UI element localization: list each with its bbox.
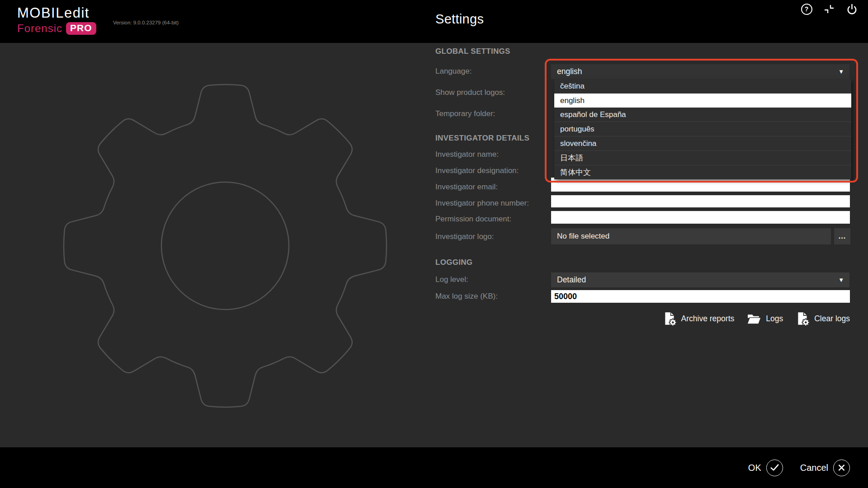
- resize-icon[interactable]: [823, 3, 835, 15]
- cancel-label: Cancel: [800, 463, 828, 473]
- investigator-designation-label: Investigator designation:: [435, 166, 519, 175]
- report-gear-icon: [796, 311, 810, 326]
- investigator-logo-label: Investigator logo:: [435, 232, 494, 241]
- language-option[interactable]: 日本語: [554, 151, 851, 165]
- archive-reports-label: Archive reports: [681, 314, 735, 324]
- temporary-folder-label: Temporary folder:: [435, 109, 495, 118]
- power-icon[interactable]: [845, 3, 858, 15]
- report-gear-icon: [663, 311, 677, 326]
- help-icon[interactable]: ?: [800, 3, 813, 15]
- settings-window: MOBILedit Forensic PRO Version: 9.0.0.23…: [0, 0, 868, 488]
- logo-mobiledit: MOBILedit: [17, 5, 96, 21]
- version-text: Version: 9.0.0.23279 (64-bit): [113, 20, 179, 25]
- cancel-button[interactable]: Cancel: [800, 460, 850, 476]
- language-dropdown[interactable]: english ▼: [551, 64, 849, 79]
- app-logo: MOBILedit Forensic PRO: [17, 5, 96, 35]
- investigator-logo-field[interactable]: No file selected: [551, 228, 831, 244]
- check-icon: [766, 460, 783, 476]
- investigator-details-heading: INVESTIGATOR DETAILS: [435, 134, 529, 143]
- logs-button[interactable]: Logs: [747, 312, 783, 326]
- global-settings-heading: GLOBAL SETTINGS: [435, 47, 510, 56]
- logo-pro-badge: PRO: [66, 22, 96, 35]
- language-option[interactable]: english: [554, 94, 851, 108]
- ok-label: OK: [748, 463, 761, 473]
- browse-file-button[interactable]: ...: [834, 228, 850, 244]
- log-actions-row: Archive reports Logs Clear logs: [663, 311, 850, 326]
- close-icon: [833, 460, 850, 476]
- clear-logs-button[interactable]: Clear logs: [796, 311, 850, 326]
- investigator-email-field[interactable]: [551, 178, 850, 192]
- title-bar: MOBILedit Forensic PRO Version: 9.0.0.23…: [0, 0, 868, 43]
- log-level-label: Log level:: [435, 275, 468, 284]
- investigator-email-label: Investigator email:: [435, 183, 498, 192]
- max-log-size-field[interactable]: 50000: [551, 290, 850, 303]
- page-title: Settings: [435, 12, 484, 27]
- language-option[interactable]: slovenčina: [554, 136, 851, 151]
- language-options-list: čeština english español de España portug…: [554, 79, 851, 179]
- language-option[interactable]: português: [554, 122, 851, 136]
- log-level-value: Detailed: [557, 275, 838, 285]
- ok-button[interactable]: OK: [748, 460, 783, 476]
- log-level-dropdown[interactable]: Detailed ▼: [551, 272, 849, 287]
- chevron-down-icon: ▼: [838, 69, 844, 75]
- logs-label: Logs: [766, 314, 783, 324]
- permission-document-field[interactable]: [551, 211, 850, 224]
- language-option[interactable]: čeština: [554, 79, 851, 94]
- logging-heading: LOGGING: [435, 258, 472, 267]
- investigator-name-label: Investigator name:: [435, 150, 499, 159]
- footer-bar: OK Cancel: [0, 447, 868, 488]
- max-log-size-label: Max log size (KB):: [435, 292, 498, 301]
- chevron-down-icon: ▼: [838, 277, 844, 283]
- logo-forensic: Forensic: [17, 22, 62, 35]
- show-product-logos-label: Show product logos:: [435, 88, 505, 97]
- investigator-phone-label: Investigator phone number:: [435, 199, 529, 208]
- investigator-phone-field[interactable]: [551, 195, 850, 207]
- language-option[interactable]: 简体中文: [554, 165, 851, 179]
- language-selected-value: english: [557, 67, 838, 76]
- permission-document-label: Permission document:: [435, 215, 511, 224]
- folder-icon: [747, 312, 762, 326]
- archive-reports-button[interactable]: Archive reports: [663, 311, 735, 326]
- clear-logs-label: Clear logs: [814, 314, 850, 324]
- language-option[interactable]: español de España: [554, 108, 851, 122]
- language-label: Language:: [435, 67, 472, 76]
